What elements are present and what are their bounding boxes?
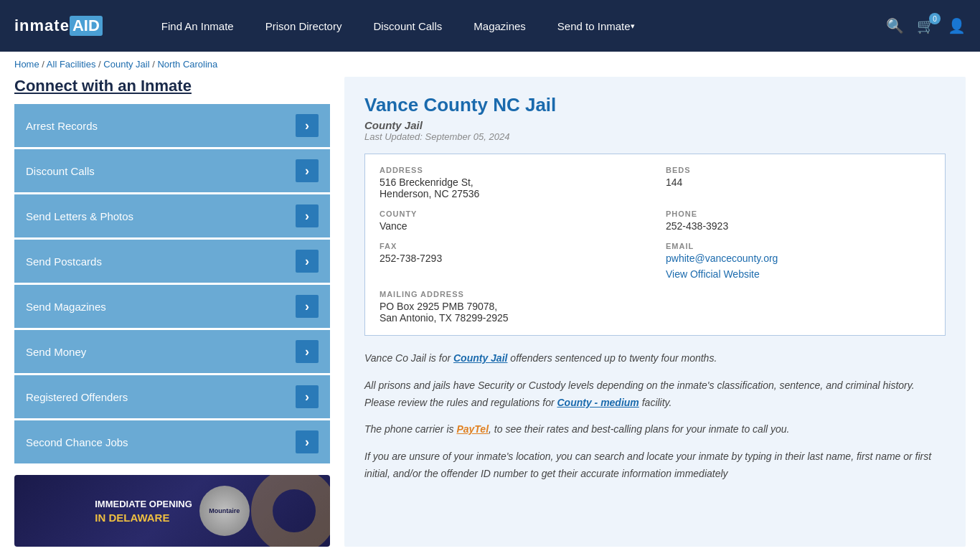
header: inmate AID Find An Inmate Prison Directo… bbox=[0, 0, 980, 52]
phone-label: PHONE bbox=[666, 209, 930, 218]
sidebar-item-arrest-records[interactable]: Arrest Records › bbox=[14, 104, 330, 147]
ad-company-logo: Mountaire bbox=[199, 486, 250, 536]
breadcrumb-north-carolina[interactable]: North Carolina bbox=[157, 59, 217, 70]
ad-text-block: IMMEDIATE OPENING IN DELAWARE bbox=[95, 498, 192, 523]
ad-arc-decoration bbox=[251, 475, 330, 547]
address-value: 516 Breckenridge St,Henderson, NC 27536 bbox=[380, 176, 644, 199]
arrow-icon-5: › bbox=[296, 340, 319, 363]
ad-line2: IN DELAWARE bbox=[95, 512, 192, 524]
sidebar: Connect with an Inmate Arrest Records › … bbox=[14, 77, 330, 547]
breadcrumb-county-jail[interactable]: County Jail bbox=[103, 59, 149, 70]
sidebar-item-discount-calls-label: Discount Calls bbox=[26, 165, 95, 177]
phone-field: PHONE 252-438-3923 bbox=[666, 209, 930, 232]
main-nav: Find An Inmate Prison Directory Discount… bbox=[146, 0, 864, 52]
arrow-icon-0: › bbox=[296, 114, 319, 137]
desc-paragraph-1: Vance Co Jail is for County Jail offende… bbox=[364, 350, 946, 367]
sidebar-item-arrest-records-label: Arrest Records bbox=[26, 120, 98, 132]
facility-content: Vance County NC Jail County Jail Last Up… bbox=[344, 77, 966, 547]
arrow-icon-6: › bbox=[296, 385, 319, 408]
email-label: EMAIL bbox=[666, 242, 930, 250]
sidebar-item-send-magazines-label: Send Magazines bbox=[26, 301, 106, 313]
fax-value: 252-738-7293 bbox=[380, 253, 644, 264]
search-icon[interactable]: 🔍 bbox=[886, 17, 904, 34]
ad-line1: IMMEDIATE OPENING bbox=[95, 498, 192, 511]
sidebar-menu: Arrest Records › Discount Calls › Send L… bbox=[14, 104, 330, 463]
facility-type: County Jail bbox=[364, 119, 946, 131]
facility-updated: Last Updated: September 05, 2024 bbox=[364, 131, 946, 142]
sidebar-item-send-money[interactable]: Send Money › bbox=[14, 330, 330, 373]
arrow-icon-4: › bbox=[296, 295, 319, 318]
sidebar-item-send-postcards[interactable]: Send Postcards › bbox=[14, 240, 330, 283]
header-actions: 🔍 🛒 0 👤 bbox=[886, 17, 966, 34]
nav-prison-directory[interactable]: Prison Directory bbox=[250, 0, 358, 52]
beds-label: BEDS bbox=[666, 166, 930, 174]
user-icon[interactable]: 👤 bbox=[948, 17, 966, 34]
arrow-icon-1: › bbox=[296, 159, 319, 182]
sidebar-item-second-chance-jobs-label: Second Chance Jobs bbox=[26, 436, 128, 448]
main-layout: Connect with an Inmate Arrest Records › … bbox=[0, 77, 980, 547]
sidebar-item-discount-calls[interactable]: Discount Calls › bbox=[14, 149, 330, 192]
nav-discount-calls[interactable]: Discount Calls bbox=[357, 0, 458, 52]
breadcrumb-all-facilities[interactable]: All Facilities bbox=[47, 59, 96, 70]
cart-button[interactable]: 🛒 0 bbox=[917, 17, 935, 34]
fax-field: FAX 252-738-7293 bbox=[380, 242, 644, 280]
desc-paragraph-4: If you are unsure of your inmate's locat… bbox=[364, 448, 946, 483]
email-field: EMAIL pwhite@vancecounty.org View Offici… bbox=[666, 242, 930, 280]
breadcrumb: Home / All Facilities / County Jail / No… bbox=[0, 52, 980, 77]
address-field: ADDRESS 516 Breckenridge St,Henderson, N… bbox=[380, 166, 644, 199]
fax-label: FAX bbox=[380, 242, 644, 250]
breadcrumb-home[interactable]: Home bbox=[14, 59, 39, 70]
email-link[interactable]: pwhite@vancecounty.org bbox=[666, 253, 778, 264]
arrow-icon-7: › bbox=[296, 430, 319, 453]
county-label: COUNTY bbox=[380, 209, 644, 218]
sidebar-title: Connect with an Inmate bbox=[14, 77, 330, 95]
address-label: ADDRESS bbox=[380, 166, 644, 174]
desc-paragraph-2: All prisons and jails have Security or C… bbox=[364, 377, 946, 412]
mailing-value: PO Box 2925 PMB 79078,San Antonio, TX 78… bbox=[380, 301, 644, 324]
mailing-label: MAILING ADDRESS bbox=[380, 290, 644, 298]
arrow-icon-2: › bbox=[296, 204, 319, 227]
sidebar-item-send-letters-label: Send Letters & Photos bbox=[26, 210, 133, 222]
nav-magazines[interactable]: Magazines bbox=[458, 0, 542, 52]
website-link[interactable]: View Official Website bbox=[666, 268, 760, 280]
logo[interactable]: inmate AID bbox=[14, 16, 103, 36]
ad-banner[interactable]: IMMEDIATE OPENING IN DELAWARE Mountaire bbox=[14, 475, 330, 547]
beds-value: 144 bbox=[666, 176, 930, 188]
sidebar-item-registered-offenders-label: Registered Offenders bbox=[26, 391, 128, 403]
sidebar-item-send-money-label: Send Money bbox=[26, 346, 86, 358]
county-field: COUNTY Vance bbox=[380, 209, 644, 232]
logo-aid-text: AID bbox=[70, 16, 103, 36]
desc-paragraph-3: The phone carrier is PayTel, to see thei… bbox=[364, 421, 946, 438]
sidebar-item-send-letters[interactable]: Send Letters & Photos › bbox=[14, 194, 330, 237]
email-value: pwhite@vancecounty.org bbox=[666, 253, 930, 264]
facility-info-grid: ADDRESS 516 Breckenridge St,Henderson, N… bbox=[364, 154, 946, 336]
arrow-icon-3: › bbox=[296, 250, 319, 273]
facility-title: Vance County NC Jail bbox=[364, 94, 946, 116]
nav-send-to-inmate[interactable]: Send to Inmate bbox=[542, 0, 651, 52]
sidebar-item-send-postcards-label: Send Postcards bbox=[26, 255, 102, 268]
phone-value: 252-438-3923 bbox=[666, 220, 930, 232]
mailing-field: MAILING ADDRESS PO Box 2925 PMB 79078,Sa… bbox=[380, 290, 644, 324]
paytel-link[interactable]: PayTel bbox=[456, 423, 489, 435]
cart-badge: 0 bbox=[929, 13, 941, 24]
sidebar-item-second-chance-jobs[interactable]: Second Chance Jobs › bbox=[14, 420, 330, 463]
logo-inmate-text: inmate bbox=[14, 17, 70, 35]
facility-description: Vance Co Jail is for County Jail offende… bbox=[364, 350, 946, 483]
county-medium-link[interactable]: County - medium bbox=[557, 397, 639, 408]
beds-field: BEDS 144 bbox=[666, 166, 930, 199]
sidebar-item-send-magazines[interactable]: Send Magazines › bbox=[14, 285, 330, 328]
sidebar-item-registered-offenders[interactable]: Registered Offenders › bbox=[14, 375, 330, 418]
county-jail-link[interactable]: County Jail bbox=[453, 352, 507, 364]
nav-find-inmate[interactable]: Find An Inmate bbox=[146, 0, 250, 52]
county-value: Vance bbox=[380, 220, 644, 232]
